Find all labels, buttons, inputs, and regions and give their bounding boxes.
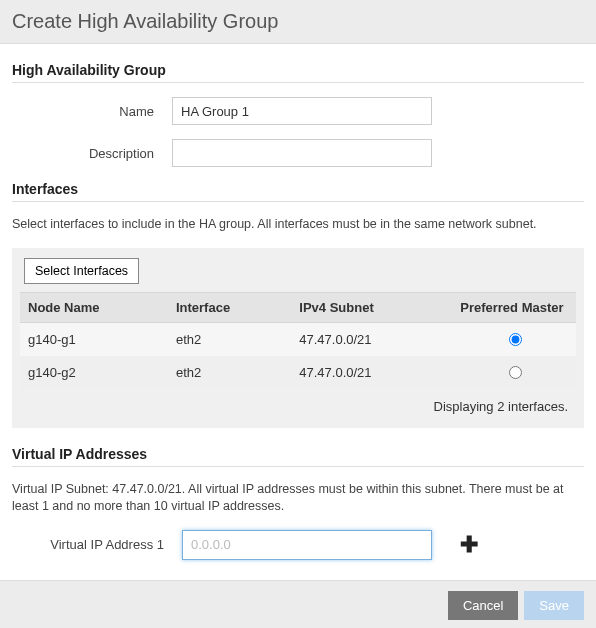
section-title-vip: Virtual IP Addresses	[12, 446, 584, 467]
cell-interface: eth2	[168, 322, 291, 356]
select-interfaces-button[interactable]: Select Interfaces	[24, 258, 139, 284]
cell-master	[452, 356, 576, 389]
description-row: Description	[12, 139, 584, 167]
add-vip-icon[interactable]: ✚	[460, 532, 478, 558]
col-header-node: Node Name	[20, 292, 168, 322]
table-row: g140-g1 eth2 47.47.0.0/21	[20, 322, 576, 356]
cell-subnet: 47.47.0.0/21	[291, 322, 452, 356]
interfaces-table: Node Name Interface IPv4 Subnet Preferre…	[20, 292, 576, 389]
cell-interface: eth2	[168, 356, 291, 389]
description-label: Description	[12, 146, 172, 161]
col-header-subnet: IPv4 Subnet	[291, 292, 452, 322]
dialog-header: Create High Availability Group	[0, 0, 596, 44]
dialog-title: Create High Availability Group	[12, 10, 278, 32]
table-header-row: Node Name Interface IPv4 Subnet Preferre…	[20, 292, 576, 322]
name-label: Name	[12, 104, 172, 119]
cell-subnet: 47.47.0.0/21	[291, 356, 452, 389]
save-button[interactable]: Save	[524, 591, 584, 620]
interfaces-hint: Select interfaces to include in the HA g…	[12, 216, 584, 234]
cell-node: g140-g1	[20, 322, 168, 356]
vip-row: Virtual IP Address 1 ✚	[12, 530, 584, 560]
name-input[interactable]	[172, 97, 432, 125]
vip-label: Virtual IP Address 1	[12, 537, 182, 552]
description-input[interactable]	[172, 139, 432, 167]
vip-hint: Virtual IP Subnet: 47.47.0.0/21. All vir…	[12, 481, 584, 516]
dialog-body: High Availability Group Name Description…	[0, 44, 596, 580]
col-header-interface: Interface	[168, 292, 291, 322]
cell-node: g140-g2	[20, 356, 168, 389]
col-header-master: Preferred Master	[452, 292, 576, 322]
dialog-footer: Cancel Save	[0, 580, 596, 629]
cell-master	[452, 322, 576, 356]
name-row: Name	[12, 97, 584, 125]
interfaces-table-wrap: Select Interfaces Node Name Interface IP…	[12, 248, 584, 428]
section-title-interfaces: Interfaces	[12, 181, 584, 202]
preferred-master-radio[interactable]	[509, 366, 522, 379]
section-title-ha: High Availability Group	[12, 62, 584, 83]
cancel-button[interactable]: Cancel	[448, 591, 518, 620]
vip-address-input[interactable]	[182, 530, 432, 560]
preferred-master-radio[interactable]	[509, 333, 522, 346]
interfaces-footer: Displaying 2 interfaces.	[20, 389, 576, 420]
table-row: g140-g2 eth2 47.47.0.0/21	[20, 356, 576, 389]
